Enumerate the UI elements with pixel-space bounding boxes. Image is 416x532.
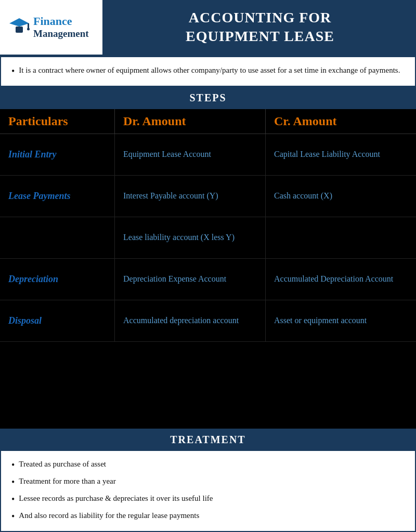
particular-label-3: Depreciation: [8, 274, 58, 285]
dr-text-1: Interest Payable account (Y): [123, 190, 218, 202]
cr-cell-0: Capital Lease Liability Account: [265, 134, 416, 175]
col-header-cr: Cr. Amount: [265, 109, 416, 134]
treatment-text-3: And also record as liability for the reg…: [19, 510, 199, 522]
treatment-item-0: • Treated as purchase of asset: [11, 458, 405, 472]
dr-text-2: Lease liability account (X less Y): [123, 232, 235, 243]
logo-area: Finance Management: [0, 0, 104, 55]
table-row: Initial Entry Equipment Lease Account Ca…: [0, 134, 416, 176]
main-title: ACCOUNTING FOR EQUIPMENT LEASE: [186, 8, 334, 46]
logo-finance-text: Finance: [33, 15, 89, 28]
table-row: Lease liability account (X less Y): [0, 217, 416, 259]
dr-text-0: Equipment Lease Account: [123, 149, 211, 160]
particular-cell-0: Initial Entry: [0, 134, 114, 175]
cr-text-4: Asset or equipment account: [274, 315, 367, 326]
cr-cell-2: [265, 217, 416, 258]
treatment-item-1: • Treatment for more than a year: [11, 475, 405, 489]
steps-label: STEPS: [189, 92, 226, 103]
treatment-bullet-0: •: [11, 458, 15, 472]
particular-cell-3: Depreciation: [0, 259, 114, 300]
cr-cell-3: Accumulated Depreciation Account: [265, 259, 416, 300]
dr-cell-1: Interest Payable account (Y): [114, 176, 265, 217]
treatment-text-1: Treatment for more than a year: [19, 475, 115, 487]
col-header-particulars: Particulars: [0, 109, 114, 134]
cr-text-3: Accumulated Depreciation Account: [274, 273, 393, 285]
cr-text-0: Capital Lease Liability Account: [274, 149, 380, 160]
title-line1: ACCOUNTING FOR: [186, 8, 334, 27]
page-header: Finance Management ACCOUNTING FOR EQUIPM…: [0, 0, 416, 56]
treatment-section-header: TREATMENT: [0, 429, 416, 451]
description-box: • It is a contract where owner of equipm…: [0, 56, 416, 87]
cr-cell-4: Asset or equipment account: [265, 300, 416, 341]
particular-label-1: Lease Payments: [8, 191, 70, 202]
logo-wrapper: Finance Management: [8, 15, 89, 39]
title-area: ACCOUNTING FOR EQUIPMENT LEASE: [104, 0, 416, 55]
treatment-item-2: • Lessee records as purchase & depreciat…: [11, 493, 405, 507]
bullet-dot: •: [11, 64, 15, 78]
cr-text-1: Cash account (X): [274, 190, 332, 202]
description-text: It is a contract where owner of equipmen…: [19, 64, 400, 76]
title-line2: EQUIPMENT LEASE: [186, 27, 334, 46]
logo-text-area: Finance Management: [33, 15, 89, 39]
col-header-dr: Dr. Amount: [114, 109, 265, 134]
dr-text-4: Accumulated depreciation account: [123, 315, 239, 326]
table-row: Lease Payments Interest Payable account …: [0, 176, 416, 217]
table-row: Disposal Accumulated depreciation accoun…: [0, 300, 416, 342]
dr-cell-0: Equipment Lease Account: [114, 134, 265, 175]
svg-point-3: [27, 28, 30, 31]
logo-management-text: Management: [33, 28, 89, 39]
cr-cell-1: Cash account (X): [265, 176, 416, 217]
logo-icon: [8, 16, 30, 38]
particular-label-4: Disposal: [8, 315, 42, 326]
treatment-label: TREATMENT: [170, 434, 245, 445]
particular-label-0: Initial Entry: [8, 149, 57, 160]
treatment-item-3: • And also record as liability for the r…: [11, 510, 405, 524]
particular-cell-2: [0, 217, 114, 258]
steps-section-header: STEPS: [0, 87, 416, 109]
treatment-text-2: Lessee records as purchase & depreciates…: [19, 493, 213, 504]
treatment-box: • Treated as purchase of asset • Treatme…: [0, 451, 416, 532]
dr-cell-3: Depreciation Expense Account: [114, 259, 265, 300]
table-row: Depreciation Depreciation Expense Accoun…: [0, 259, 416, 300]
particular-cell-1: Lease Payments: [0, 176, 114, 217]
treatment-bullet-3: •: [11, 510, 15, 524]
svg-marker-0: [9, 18, 29, 26]
particular-cell-4: Disposal: [0, 300, 114, 341]
treatment-bullet-2: •: [11, 493, 15, 507]
treatment-bullet-1: •: [11, 475, 15, 489]
table-header-row: Particulars Dr. Amount Cr. Amount: [0, 109, 416, 134]
dr-text-3: Depreciation Expense Account: [123, 273, 226, 285]
steps-table: Particulars Dr. Amount Cr. Amount Initia…: [0, 109, 416, 429]
treatment-text-0: Treated as purchase of asset: [19, 458, 106, 470]
dr-cell-4: Accumulated depreciation account: [114, 300, 265, 341]
dr-cell-2: Lease liability account (X less Y): [114, 217, 265, 258]
description-bullet: • It is a contract where owner of equipm…: [11, 64, 405, 78]
svg-rect-1: [16, 26, 23, 33]
